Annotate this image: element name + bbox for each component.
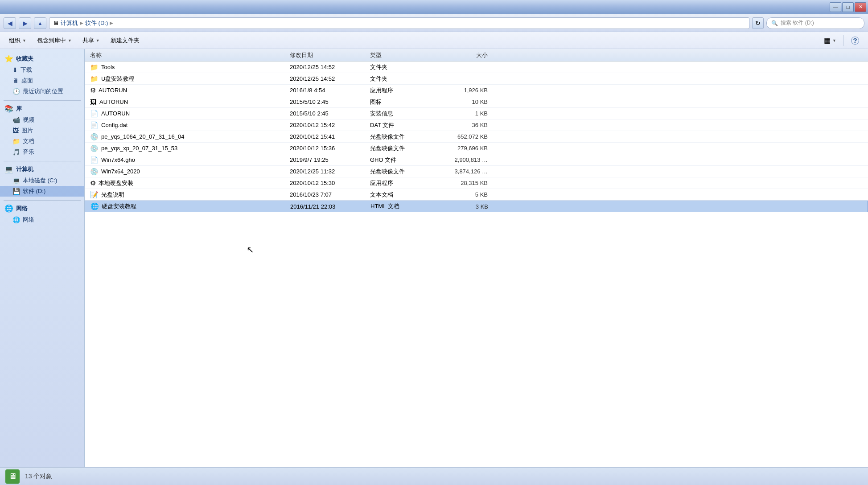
help-button[interactable]: ? [847,34,864,47]
share-dropdown-arrow: ▼ [96,38,100,43]
include-library-dropdown-arrow: ▼ [68,38,72,43]
minimize-button[interactable]: — [830,2,841,12]
file-size-cell: 36 KB [432,122,495,128]
file-type-icon: 📄 [90,156,99,164]
file-name-cell: 📄 Win7x64.gho [85,156,290,164]
file-name-text: Win7x64.gho [101,156,135,163]
d-drive-icon: 💾 [12,188,20,195]
sidebar-item-video[interactable]: 📹 视频 [0,115,84,125]
organize-button[interactable]: 组织 ▼ [4,34,31,47]
column-date[interactable]: 修改日期 [290,51,370,59]
file-size-cell: 10 KB [432,99,495,105]
refresh-button[interactable]: ↻ [752,17,764,29]
table-row[interactable]: 📁 U盘安装教程 2020/12/25 14:52 文件夹 [85,73,868,85]
file-name-cell: 💿 pe_yqs_xp_20_07_31_15_53 [85,144,290,152]
table-row[interactable]: 💿 pe_yqs_1064_20_07_31_16_04 2020/10/12 … [85,131,868,143]
breadcrumb-computer[interactable]: 计算机 [61,19,78,27]
breadcrumb-bar[interactable]: 🖥 计算机 ▶ 软件 (D:) ▶ [49,17,749,29]
file-name-cell: 📝 光盘说明 [85,191,290,199]
sidebar-item-d-drive[interactable]: 💾 软件 (D:) [0,186,84,197]
file-name-text: U盘安装教程 [101,75,134,83]
table-row[interactable]: 🌐 硬盘安装教程 2016/11/21 22:03 HTML 文档 3 KB [85,201,868,212]
table-row[interactable]: ⚙ 本地硬盘安装 2020/10/12 15:30 应用程序 28,315 KB [85,177,868,189]
file-date-cell: 2020/10/12 15:41 [290,133,370,140]
sidebar-header-favorites[interactable]: ⭐ 收藏夹 [0,53,84,65]
file-name-cell: 💿 pe_yqs_1064_20_07_31_16_04 [85,133,290,141]
network-header-icon: 🌐 [4,204,13,213]
table-row[interactable]: ⚙ AUTORUN 2016/1/8 4:54 应用程序 1,926 KB [85,85,868,96]
document-folder-icon: 📁 [12,138,20,145]
sidebar-c-drive-label: 本地磁盘 (C:) [23,177,57,185]
new-folder-button[interactable]: 新建文件夹 [106,34,144,47]
file-type-icon: 📝 [90,191,99,199]
sidebar-item-picture[interactable]: 🖼 图片 [0,125,84,136]
c-drive-icon: 💻 [12,177,20,184]
search-icon: 🔍 [771,20,778,26]
file-type-icon: 💿 [90,133,99,141]
organize-label: 组织 [9,37,21,45]
sidebar-picture-label: 图片 [21,127,33,135]
table-row[interactable]: 💿 Win7x64_2020 2020/12/25 11:32 光盘映像文件 3… [85,166,868,177]
sidebar-header-network[interactable]: 🌐 网络 [0,202,84,214]
view-dropdown-arrow: ▼ [832,38,836,43]
sidebar-header-computer[interactable]: 💻 计算机 [0,163,84,175]
view-button[interactable]: ▦ ▼ [819,34,841,47]
breadcrumb-drive[interactable]: 软件 (D:) [85,19,108,27]
sidebar-item-network[interactable]: 🌐 网络 [0,214,84,225]
sidebar-item-document[interactable]: 📁 文档 [0,136,84,147]
main-layout: ⭐ 收藏夹 ⬇ 下载 🖥 桌面 🕐 最近访问的位置 📚 库 [0,49,868,467]
maximize-button[interactable]: □ [842,2,854,12]
file-date-cell: 2020/10/12 15:36 [290,145,370,152]
network-label: 网络 [16,205,28,213]
breadcrumb-computer-icon: 🖥 [53,20,59,26]
titlebar-buttons: — □ ✕ [830,2,866,12]
share-button[interactable]: 共享 ▼ [78,34,104,47]
search-bar[interactable]: 🔍 搜索 软件 (D:) [766,17,864,29]
column-name[interactable]: 名称 [85,51,290,59]
file-name-text: Config.dat [101,122,128,128]
file-type-cell: 光盘映像文件 [370,133,432,141]
computer-label: 计算机 [16,165,33,173]
file-type-icon: 🌐 [91,202,99,210]
table-row[interactable]: 📄 Win7x64.gho 2019/9/7 19:25 GHO 文件 2,90… [85,154,868,166]
up-button[interactable]: ▲ [34,17,46,29]
file-name-text: pe_yqs_xp_20_07_31_15_53 [101,145,177,152]
breadcrumb-sep-2: ▶ [110,21,113,25]
sidebar-item-recent[interactable]: 🕐 最近访问的位置 [0,86,84,97]
file-name-cell: 🌐 硬盘安装教程 [85,202,290,210]
file-date-cell: 2020/10/12 15:30 [290,180,370,186]
file-size-cell: 3,874,126 … [432,168,495,175]
sidebar-divider-2 [4,161,81,161]
organize-dropdown-arrow: ▼ [22,38,26,43]
file-type-cell: 安装信息 [370,110,432,118]
close-button[interactable]: ✕ [855,2,866,12]
file-area: 名称 修改日期 类型 大小 📁 Tools 2020/12/25 14:52 文… [85,49,868,467]
file-type-icon: 💿 [90,144,99,152]
sidebar-item-download[interactable]: ⬇ 下载 [0,65,84,75]
file-list-header: 名称 修改日期 类型 大小 [85,49,868,62]
table-row[interactable]: 📝 光盘说明 2016/10/23 7:07 文本文档 5 KB [85,189,868,201]
include-library-button[interactable]: 包含到库中 ▼ [33,34,76,47]
file-type-cell: 文件夹 [370,63,432,71]
sidebar: ⭐ 收藏夹 ⬇ 下载 🖥 桌面 🕐 最近访问的位置 📚 库 [0,49,85,467]
desktop-icon: 🖥 [12,77,19,84]
table-row[interactable]: 📄 AUTORUN 2015/5/10 2:45 安装信息 1 KB [85,108,868,119]
sidebar-document-label: 文档 [23,137,34,145]
sidebar-item-desktop[interactable]: 🖥 桌面 [0,75,84,86]
favorites-label: 收藏夹 [16,55,33,63]
forward-button[interactable]: ▶ [19,17,31,29]
table-row[interactable]: 📁 Tools 2020/12/25 14:52 文件夹 [85,62,868,73]
column-size[interactable]: 大小 [432,51,495,59]
sidebar-item-music[interactable]: 🎵 音乐 [0,147,84,157]
table-row[interactable]: 🖼 AUTORUN 2015/5/10 2:45 图标 10 KB [85,96,868,108]
favorites-icon: ⭐ [4,54,13,63]
computer-icon: 💻 [4,165,13,173]
column-type[interactable]: 类型 [370,51,432,59]
table-row[interactable]: 📄 Config.dat 2020/10/12 15:42 DAT 文件 36 … [85,119,868,131]
table-row[interactable]: 💿 pe_yqs_xp_20_07_31_15_53 2020/10/12 15… [85,143,868,154]
file-date-cell: 2020/10/12 15:42 [290,122,370,128]
sidebar-item-c-drive[interactable]: 💻 本地磁盘 (C:) [0,175,84,186]
file-size-cell: 28,315 KB [432,180,495,186]
sidebar-header-library[interactable]: 📚 库 [0,103,84,115]
back-button[interactable]: ◀ [4,17,16,29]
